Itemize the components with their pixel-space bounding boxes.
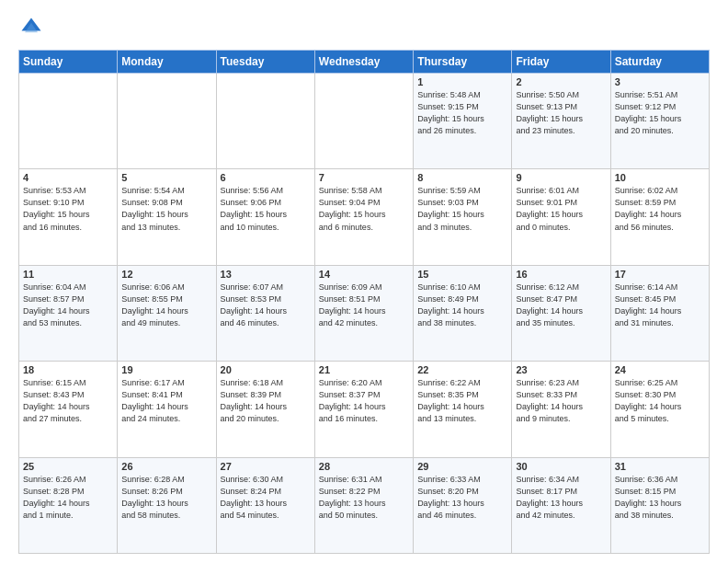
day-number: 25 — [23, 461, 113, 472]
day-info: Sunrise: 6:02 AM Sunset: 8:59 PM Dayligh… — [615, 185, 705, 233]
day-info: Sunrise: 6:07 AM Sunset: 8:53 PM Dayligh… — [221, 282, 311, 329]
calendar-cell: 28Sunrise: 6:31 AM Sunset: 8:22 PM Dayli… — [314, 457, 413, 553]
calendar-cell: 29Sunrise: 6:33 AM Sunset: 8:20 PM Dayli… — [414, 457, 512, 553]
day-number: 22 — [417, 364, 507, 375]
day-number: 26 — [121, 461, 211, 472]
calendar-week-row: 11Sunrise: 6:04 AM Sunset: 8:57 PM Dayli… — [19, 265, 710, 361]
day-info: Sunrise: 5:50 AM Sunset: 9:13 PM Dayligh… — [516, 89, 606, 137]
header-row: SundayMondayTuesdayWednesdayThursdayFrid… — [19, 51, 710, 74]
day-number: 17 — [615, 269, 705, 280]
day-info: Sunrise: 6:28 AM Sunset: 8:26 PM Dayligh… — [121, 474, 211, 522]
day-number: 31 — [615, 461, 705, 472]
day-info: Sunrise: 6:14 AM Sunset: 8:45 PM Dayligh… — [615, 282, 705, 329]
day-number: 18 — [23, 364, 113, 375]
calendar-cell: 12Sunrise: 6:06 AM Sunset: 8:55 PM Dayli… — [118, 265, 216, 361]
day-number: 6 — [221, 172, 311, 183]
day-info: Sunrise: 6:06 AM Sunset: 8:55 PM Dayligh… — [121, 282, 211, 329]
calendar-week-row: 25Sunrise: 6:26 AM Sunset: 8:28 PM Dayli… — [19, 457, 710, 553]
day-info: Sunrise: 6:01 AM Sunset: 9:01 PM Dayligh… — [516, 185, 606, 233]
day-number: 14 — [319, 269, 409, 280]
day-info: Sunrise: 6:17 AM Sunset: 8:41 PM Dayligh… — [121, 377, 211, 425]
day-info: Sunrise: 6:15 AM Sunset: 8:43 PM Dayligh… — [23, 377, 113, 425]
day-of-week-header: Tuesday — [216, 51, 314, 74]
day-number: 13 — [221, 269, 311, 280]
logo-icon — [18, 15, 44, 40]
day-info: Sunrise: 6:04 AM Sunset: 8:57 PM Dayligh… — [23, 282, 113, 329]
calendar-cell: 30Sunrise: 6:34 AM Sunset: 8:17 PM Dayli… — [512, 457, 610, 553]
calendar-cell: 23Sunrise: 6:23 AM Sunset: 8:33 PM Dayli… — [512, 362, 610, 457]
day-info: Sunrise: 5:51 AM Sunset: 9:12 PM Dayligh… — [615, 89, 705, 137]
calendar-cell: 14Sunrise: 6:09 AM Sunset: 8:51 PM Dayli… — [314, 265, 413, 361]
day-number: 7 — [319, 172, 409, 183]
day-number: 21 — [319, 364, 409, 375]
day-number: 29 — [417, 461, 507, 472]
day-number: 24 — [615, 364, 705, 375]
calendar-cell: 4Sunrise: 5:53 AM Sunset: 9:10 PM Daylig… — [19, 169, 118, 265]
day-number: 4 — [23, 172, 113, 183]
day-number: 5 — [121, 172, 211, 183]
day-info: Sunrise: 5:56 AM Sunset: 9:06 PM Dayligh… — [221, 185, 311, 233]
calendar-cell — [216, 74, 314, 169]
calendar-cell: 6Sunrise: 5:56 AM Sunset: 9:06 PM Daylig… — [216, 169, 314, 265]
day-info: Sunrise: 6:36 AM Sunset: 8:15 PM Dayligh… — [615, 474, 705, 522]
day-of-week-header: Thursday — [414, 51, 512, 74]
day-info: Sunrise: 6:25 AM Sunset: 8:30 PM Dayligh… — [615, 377, 705, 425]
day-number: 1 — [417, 76, 507, 87]
day-number: 28 — [319, 461, 409, 472]
header — [18, 15, 710, 40]
day-info: Sunrise: 5:59 AM Sunset: 9:03 PM Dayligh… — [417, 185, 507, 233]
calendar-cell: 18Sunrise: 6:15 AM Sunset: 8:43 PM Dayli… — [19, 362, 118, 457]
calendar-week-row: 4Sunrise: 5:53 AM Sunset: 9:10 PM Daylig… — [19, 169, 710, 265]
day-of-week-header: Saturday — [610, 51, 709, 74]
logo — [18, 15, 48, 40]
day-number: 27 — [221, 461, 311, 472]
calendar-cell: 3Sunrise: 5:51 AM Sunset: 9:12 PM Daylig… — [610, 74, 709, 169]
day-info: Sunrise: 5:54 AM Sunset: 9:08 PM Dayligh… — [121, 185, 211, 233]
calendar-week-row: 1Sunrise: 5:48 AM Sunset: 9:15 PM Daylig… — [19, 74, 710, 169]
day-number: 2 — [516, 76, 606, 87]
calendar-cell — [118, 74, 216, 169]
day-info: Sunrise: 6:34 AM Sunset: 8:17 PM Dayligh… — [516, 474, 606, 522]
calendar-cell: 15Sunrise: 6:10 AM Sunset: 8:49 PM Dayli… — [414, 265, 512, 361]
calendar-cell: 27Sunrise: 6:30 AM Sunset: 8:24 PM Dayli… — [216, 457, 314, 553]
day-number: 9 — [516, 172, 606, 183]
calendar-cell: 7Sunrise: 5:58 AM Sunset: 9:04 PM Daylig… — [314, 169, 413, 265]
calendar-cell — [19, 74, 118, 169]
calendar-cell: 10Sunrise: 6:02 AM Sunset: 8:59 PM Dayli… — [610, 169, 709, 265]
day-info: Sunrise: 5:48 AM Sunset: 9:15 PM Dayligh… — [417, 89, 507, 137]
day-info: Sunrise: 6:20 AM Sunset: 8:37 PM Dayligh… — [319, 377, 409, 425]
day-info: Sunrise: 6:31 AM Sunset: 8:22 PM Dayligh… — [319, 474, 409, 522]
day-info: Sunrise: 6:12 AM Sunset: 8:47 PM Dayligh… — [516, 282, 606, 329]
day-info: Sunrise: 6:18 AM Sunset: 8:39 PM Dayligh… — [221, 377, 311, 425]
day-number: 12 — [121, 269, 211, 280]
page: SundayMondayTuesdayWednesdayThursdayFrid… — [0, 0, 728, 563]
calendar-cell: 1Sunrise: 5:48 AM Sunset: 9:15 PM Daylig… — [414, 74, 512, 169]
day-info: Sunrise: 5:58 AM Sunset: 9:04 PM Dayligh… — [319, 185, 409, 233]
day-of-week-header: Friday — [512, 51, 610, 74]
calendar-cell: 19Sunrise: 6:17 AM Sunset: 8:41 PM Dayli… — [118, 362, 216, 457]
calendar-cell — [314, 74, 413, 169]
calendar-cell: 5Sunrise: 5:54 AM Sunset: 9:08 PM Daylig… — [118, 169, 216, 265]
calendar-cell: 8Sunrise: 5:59 AM Sunset: 9:03 PM Daylig… — [414, 169, 512, 265]
calendar-cell: 24Sunrise: 6:25 AM Sunset: 8:30 PM Dayli… — [610, 362, 709, 457]
calendar-cell: 26Sunrise: 6:28 AM Sunset: 8:26 PM Dayli… — [118, 457, 216, 553]
day-number: 20 — [221, 364, 311, 375]
day-number: 30 — [516, 461, 606, 472]
calendar-cell: 25Sunrise: 6:26 AM Sunset: 8:28 PM Dayli… — [19, 457, 118, 553]
calendar-cell: 2Sunrise: 5:50 AM Sunset: 9:13 PM Daylig… — [512, 74, 610, 169]
calendar-cell: 22Sunrise: 6:22 AM Sunset: 8:35 PM Dayli… — [414, 362, 512, 457]
calendar-cell: 20Sunrise: 6:18 AM Sunset: 8:39 PM Dayli… — [216, 362, 314, 457]
day-of-week-header: Sunday — [19, 51, 118, 74]
day-number: 16 — [516, 269, 606, 280]
day-number: 11 — [23, 269, 113, 280]
calendar-cell: 13Sunrise: 6:07 AM Sunset: 8:53 PM Dayli… — [216, 265, 314, 361]
calendar-table: SundayMondayTuesdayWednesdayThursdayFrid… — [18, 50, 710, 554]
day-info: Sunrise: 5:53 AM Sunset: 9:10 PM Dayligh… — [23, 185, 113, 233]
calendar-week-row: 18Sunrise: 6:15 AM Sunset: 8:43 PM Dayli… — [19, 362, 710, 457]
day-of-week-header: Wednesday — [314, 51, 413, 74]
day-number: 10 — [615, 172, 705, 183]
day-info: Sunrise: 6:10 AM Sunset: 8:49 PM Dayligh… — [417, 282, 507, 329]
calendar-cell: 11Sunrise: 6:04 AM Sunset: 8:57 PM Dayli… — [19, 265, 118, 361]
calendar-cell: 31Sunrise: 6:36 AM Sunset: 8:15 PM Dayli… — [610, 457, 709, 553]
day-number: 23 — [516, 364, 606, 375]
